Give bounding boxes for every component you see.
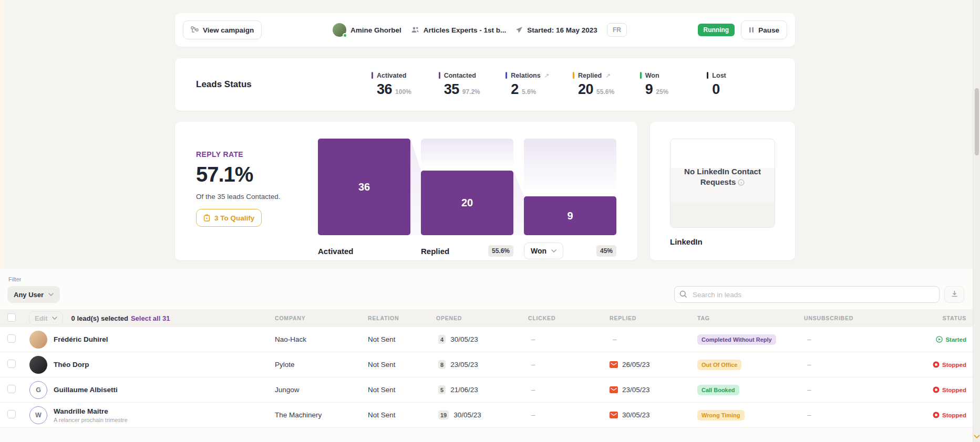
owner-name: Amine Ghorbel [350, 26, 401, 34]
column-header-opened[interactable]: OPENED [436, 315, 528, 321]
edit-label: Edit [35, 314, 48, 322]
unsubscribed-cell: – [804, 411, 925, 419]
to-qualify-button[interactable]: 3 To Qualify [196, 209, 262, 227]
page-left-strip [0, 0, 5, 270]
select-all-link[interactable]: Select all 31 [131, 314, 170, 322]
stat-value: 35 [444, 81, 459, 98]
row-checkbox[interactable] [7, 334, 16, 343]
external-arrow-icon[interactable]: ↗ [605, 72, 611, 79]
funnel-bar: 20 [421, 171, 513, 235]
status-tag: Wrong Timing [697, 410, 745, 420]
export-download-button[interactable] [944, 286, 964, 303]
avatar: W [29, 406, 47, 424]
opened-count-badge: 8 [438, 360, 446, 369]
view-campaign-button[interactable]: View campaign [183, 20, 262, 39]
column-header-replied[interactable]: REPLIED [610, 315, 697, 321]
status-cell: Stopped [925, 386, 980, 393]
column-header-clicked[interactable]: CLICKED [528, 315, 610, 321]
search-input[interactable] [674, 286, 940, 303]
funnel-column: 20 [421, 139, 513, 235]
funnel-stage-dropdown[interactable]: Won [524, 243, 563, 259]
column-header-relation[interactable]: RELATION [368, 315, 436, 321]
mail-icon [610, 361, 618, 368]
linkedin-label: LinkedIn [670, 237, 775, 246]
funnel-label-cell: Replied55.6% [421, 245, 513, 257]
row-checkbox[interactable] [7, 410, 16, 418]
send-icon [515, 26, 523, 34]
started-meta: Started: 16 May 2023 [515, 26, 597, 34]
status-label: Stopped [942, 412, 966, 418]
user-filter-value: Any User [14, 291, 44, 299]
replied-cell: 30/05/23 [610, 411, 697, 419]
reply-rate-card: REPLY RATE 57.1% Of the 35 leads Contact… [175, 122, 637, 260]
lead-name[interactable]: Frédéric Duhirel [54, 335, 108, 343]
lead-name[interactable]: Théo Dorp [54, 361, 89, 369]
external-arrow-icon[interactable]: ↗ [544, 72, 550, 79]
opened-cell: 430/05/23 [436, 335, 528, 344]
funnel-stage-label: Replied [421, 247, 449, 256]
tag-cell: Wrong Timing [697, 410, 804, 420]
table-row[interactable]: WWandrille MaitreA relancer prochain tri… [0, 403, 980, 428]
pause-button[interactable]: Pause [741, 20, 787, 39]
qualify-clipboard-icon [203, 214, 210, 222]
page-scrollbar [973, 0, 980, 442]
chevron-down-icon [52, 317, 57, 320]
audience-meta[interactable]: Articles Experts - 1st b... [411, 26, 507, 34]
lead-name[interactable]: Wandrille Maitre [54, 407, 128, 415]
mail-icon [610, 386, 618, 393]
owner-meta[interactable]: Amine Ghorbel [333, 23, 401, 37]
user-filter-dropdown[interactable]: Any User [7, 286, 60, 303]
table-row[interactable]: GGuillaume AlbisettiJungowNot Sent521/06… [0, 377, 980, 403]
table-row[interactable]: Théo DorpPyloteNot Sent823/05/23–26/05/2… [0, 352, 980, 377]
leads-stat: Won925% [640, 72, 707, 98]
leads-stat: Lost0 [707, 72, 774, 98]
stat-color-bar [640, 72, 642, 79]
column-header-tag[interactable]: TAG [697, 315, 804, 321]
funnel-label-cell: Activated [318, 247, 410, 256]
stat-percent: 5.6% [522, 88, 536, 96]
relation-cell: Not Sent [368, 411, 436, 419]
row-checkbox[interactable] [7, 385, 16, 393]
avatar: G [29, 381, 47, 399]
language-badge[interactable]: FR [607, 23, 627, 37]
scrollbar-thumb[interactable] [975, 88, 979, 155]
funnel-percent-badge: 45% [596, 245, 616, 257]
column-header-company[interactable]: COMPANY [275, 315, 368, 321]
status-cell: Started [925, 336, 980, 343]
stat-color-bar [439, 72, 440, 79]
status-label: Stopped [942, 362, 966, 368]
opened-date: 30/05/23 [450, 335, 478, 343]
table-body: Frédéric DuhirelNao-HackNot Sent430/05/2… [0, 327, 980, 428]
select-all-checkbox[interactable] [7, 313, 16, 322]
column-header-unsubscribed[interactable]: UNSUBSCRIBED [804, 315, 925, 321]
funnel-column: 9 [524, 139, 616, 235]
stat-percent: 55.6% [596, 88, 614, 96]
campaign-controls: Running Pause [698, 20, 787, 39]
reply-rate-subtitle: Of the 35 leads Contacted. [196, 193, 318, 201]
lead-name[interactable]: Guillaume Albisetti [54, 386, 118, 394]
leads-stats: Activated36100%Contacted3597.2%Relations… [372, 72, 774, 98]
stat-label: Won [645, 72, 659, 79]
column-header-status[interactable]: STATUS [925, 315, 980, 321]
status-cell: Stopped [925, 361, 980, 368]
stat-label: Contacted [444, 72, 476, 79]
stat-percent: 100% [395, 88, 411, 96]
edit-dropdown[interactable]: Edit [29, 311, 63, 325]
pause-label: Pause [758, 26, 779, 34]
presence-dot [343, 33, 347, 38]
table-row[interactable]: Frédéric DuhirelNao-HackNot Sent430/05/2… [0, 327, 980, 352]
stat-color-bar [372, 72, 373, 79]
row-checkbox[interactable] [7, 360, 16, 368]
funnel-connector [513, 139, 524, 235]
company-cell: Nao-Hack [275, 335, 368, 343]
linkedin-card: No LinkedIn Contact Requests LinkedIn [650, 122, 795, 260]
audience-name: Articles Experts - 1st b... [424, 26, 507, 34]
scroll-down-chevron-icon[interactable] [974, 432, 980, 441]
stat-label: Relations [511, 72, 540, 79]
leads-stat: Replied↗2055.6% [573, 72, 640, 98]
opened-date: 21/06/23 [450, 386, 478, 394]
linkedin-empty-box: No LinkedIn Contact Requests [670, 139, 775, 228]
stat-value: 9 [645, 81, 653, 98]
info-icon[interactable] [738, 179, 745, 186]
avatar [29, 356, 47, 374]
